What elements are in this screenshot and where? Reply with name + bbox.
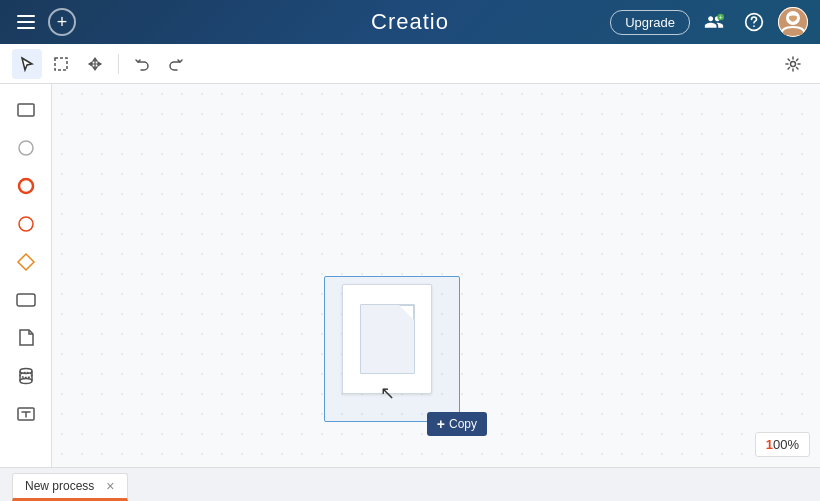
rect-select-icon bbox=[53, 56, 69, 72]
tab-bar: New process × bbox=[0, 467, 820, 501]
database-tool[interactable] bbox=[8, 358, 44, 394]
svg-point-8 bbox=[791, 61, 796, 66]
move-tool-button[interactable] bbox=[80, 49, 110, 79]
redo-icon bbox=[168, 56, 184, 72]
subprocess-icon bbox=[15, 289, 37, 311]
event-start-icon bbox=[15, 175, 37, 197]
undo-button[interactable] bbox=[127, 49, 157, 79]
svg-point-10 bbox=[19, 141, 33, 155]
document-shape-icon bbox=[15, 327, 37, 349]
text-tool[interactable] bbox=[8, 396, 44, 432]
menu-button[interactable] bbox=[12, 8, 40, 36]
rect-select-button[interactable] bbox=[46, 49, 76, 79]
element-card[interactable] bbox=[342, 284, 432, 394]
copy-plus-icon: + bbox=[437, 416, 445, 432]
settings-button[interactable] bbox=[778, 49, 808, 79]
avatar[interactable] bbox=[778, 7, 808, 37]
new-process-tab[interactable]: New process × bbox=[12, 473, 128, 501]
doc-corner-fill bbox=[400, 306, 413, 319]
hamburger-icon bbox=[17, 15, 35, 29]
svg-point-15 bbox=[20, 379, 32, 384]
navbar-center: Creatio bbox=[371, 9, 449, 35]
document-tool[interactable] bbox=[8, 320, 44, 356]
brand-logo: Creatio bbox=[371, 9, 449, 35]
subprocess-tool[interactable] bbox=[8, 282, 44, 318]
svg-rect-9 bbox=[18, 104, 34, 116]
left-panel bbox=[0, 84, 52, 467]
canvas-area[interactable]: ↖ + Copy 100% bbox=[52, 84, 820, 467]
zoom-indicator: 100% bbox=[755, 432, 810, 457]
svg-rect-13 bbox=[17, 294, 35, 306]
add-person-icon: + bbox=[704, 12, 724, 32]
help-icon bbox=[744, 12, 764, 32]
help-button[interactable] bbox=[738, 6, 770, 38]
select-tool-button[interactable] bbox=[12, 49, 42, 79]
circle-tool[interactable] bbox=[8, 130, 44, 166]
zoom-percent: 00% bbox=[773, 437, 799, 452]
tab-close-button[interactable]: × bbox=[106, 478, 114, 494]
add-button[interactable]: + bbox=[48, 8, 76, 36]
rectangle-shape-icon bbox=[15, 99, 37, 121]
process-element[interactable]: ↖ + Copy bbox=[332, 284, 452, 414]
main-area: ↖ + Copy 100% bbox=[0, 84, 820, 467]
circle-shape-icon bbox=[15, 137, 37, 159]
gateway-tool[interactable] bbox=[8, 244, 44, 280]
select-icon bbox=[19, 56, 35, 72]
svg-text:+: + bbox=[719, 14, 723, 21]
navbar: + Creatio Upgrade + bbox=[0, 0, 820, 44]
event-start-tool[interactable] bbox=[8, 168, 44, 204]
toolbar bbox=[0, 44, 820, 84]
svg-point-12 bbox=[19, 217, 33, 231]
copy-tooltip[interactable]: + Copy bbox=[427, 412, 487, 436]
copy-label: Copy bbox=[449, 417, 477, 431]
zoom-value: 1 bbox=[766, 437, 773, 452]
toolbar-left bbox=[12, 49, 191, 79]
event-end-tool[interactable] bbox=[8, 206, 44, 242]
database-icon bbox=[15, 365, 37, 387]
gateway-icon bbox=[15, 251, 37, 273]
text-icon bbox=[15, 403, 37, 425]
navbar-left: + bbox=[12, 8, 76, 36]
toolbar-divider bbox=[118, 54, 119, 74]
avatar-image bbox=[778, 7, 808, 37]
svg-rect-7 bbox=[55, 58, 67, 70]
document-icon bbox=[360, 304, 415, 374]
svg-point-11 bbox=[19, 179, 33, 193]
redo-button[interactable] bbox=[161, 49, 191, 79]
rectangle-tool[interactable] bbox=[8, 92, 44, 128]
event-end-icon bbox=[15, 213, 37, 235]
tab-label: New process bbox=[25, 479, 94, 493]
settings-icon bbox=[785, 56, 801, 72]
upgrade-button[interactable]: Upgrade bbox=[610, 10, 690, 35]
navbar-right: Upgrade + bbox=[610, 6, 808, 38]
plus-icon: + bbox=[57, 12, 68, 33]
toolbar-right bbox=[778, 49, 808, 79]
add-user-button[interactable]: + bbox=[698, 6, 730, 38]
svg-point-3 bbox=[753, 25, 755, 27]
move-icon bbox=[87, 56, 103, 72]
avatar-svg bbox=[778, 7, 808, 37]
undo-icon bbox=[134, 56, 150, 72]
